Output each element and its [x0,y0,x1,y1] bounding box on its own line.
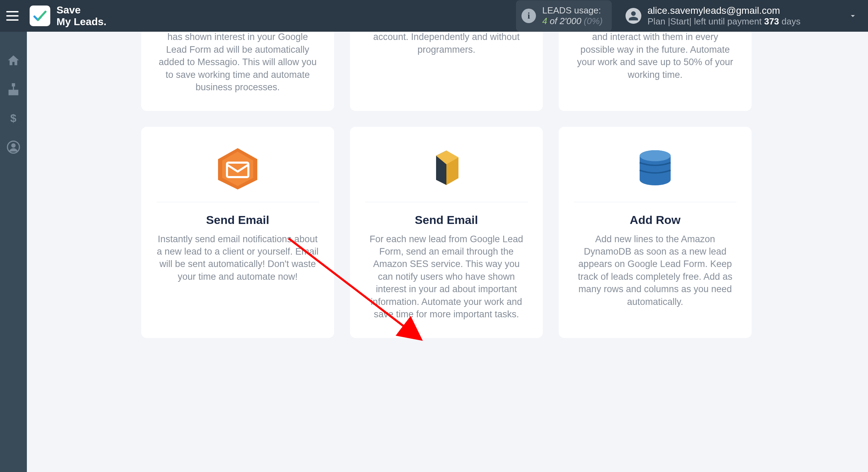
svg-point-2 [11,143,16,148]
dollar-icon: $ [8,111,19,125]
nav-billing[interactable]: $ [6,111,21,125]
card-title: Send Email [206,213,269,227]
brand-name: Save My Leads. [56,4,106,28]
leads-value: 4 of 2'000 (0%) [542,16,603,27]
card-desc: Create contacts in Messagio based on new… [156,32,319,94]
integration-card-add-row[interactable]: Add Row Add new lines to the Amazon Dyna… [559,127,752,338]
topbar: Save My Leads. i LEADS usage: 4 of 2'000… [0,0,868,32]
card-desc: Instantly send email notifications about… [156,233,319,283]
card-grid: Messaggio Add Contacts Create contacts i… [141,32,752,338]
card-desc: You can create separate tasks in Simla f… [574,32,736,81]
nav-home[interactable] [6,53,21,68]
card-desc: Add new lines to the Amazon DynamoDB as … [574,233,736,308]
integration-card-send-email-ses[interactable]: Send Email For each new lead from Google… [350,127,543,338]
card-desc: Now you can instantly create new orders … [365,32,528,56]
card-title: Send Email [415,213,478,227]
main-content: Messaggio Add Contacts Create contacts i… [27,32,868,472]
leads-usage-widget[interactable]: i LEADS usage: 4 of 2'000 (0%) [516,0,612,31]
svg-point-13 [640,150,671,161]
integration-card-create-order[interactable]: Create Order Now you can instantly creat… [350,32,543,111]
user-menu[interactable]: alice.savemyleads@gmail.com Plan |Start|… [626,5,858,27]
brand-line2: My Leads. [56,16,106,28]
svg-point-12 [640,174,671,185]
info-icon: i [521,9,536,23]
dynamodb-icon [633,142,678,194]
check-icon [33,9,47,23]
user-text: alice.savemyleads@gmail.com Plan |Start|… [648,5,800,27]
sidebar: $ [0,32,27,472]
sitemap-icon [7,83,20,96]
nav-sitemap[interactable] [6,82,21,96]
leads-label: LEADS usage: [542,5,603,16]
svg-text:$: $ [10,112,17,124]
user-circle-icon [7,141,20,154]
leads-text: LEADS usage: 4 of 2'000 (0%) [542,5,603,27]
brand-line1: Save [56,4,106,16]
email-icon [215,142,260,194]
integration-card-add-contacts[interactable]: Messaggio Add Contacts Create contacts i… [141,32,334,111]
hamburger-menu[interactable] [6,8,22,24]
nav-account[interactable] [6,140,21,154]
avatar [626,8,641,24]
amazon-ses-icon [424,142,469,194]
user-icon [628,10,639,21]
logo[interactable] [30,6,50,26]
integration-card-create-task[interactable]: Create Task You can create separate task… [559,32,752,111]
user-plan: Plan |Start| left until payment 373 days [648,16,800,27]
card-desc: For each new lead from Google Lead Form,… [365,233,528,321]
chevron-down-icon[interactable] [848,11,858,21]
user-email: alice.savemyleads@gmail.com [648,5,800,16]
integration-card-send-email-1[interactable]: Send Email Instantly send email notifica… [141,127,334,338]
home-icon [7,54,20,67]
card-title: Add Row [630,213,680,227]
